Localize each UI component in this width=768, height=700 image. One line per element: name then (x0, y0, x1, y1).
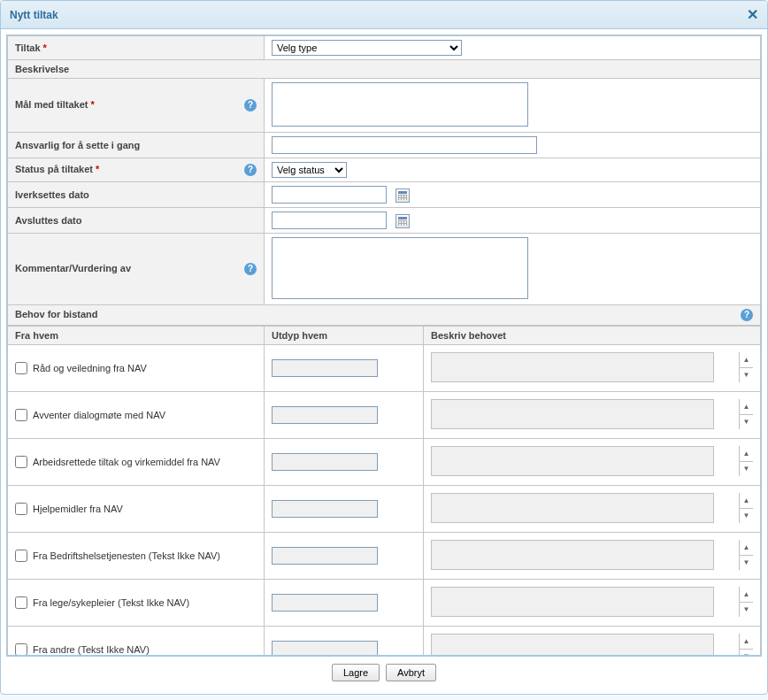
bistand-check-label[interactable]: Avventer dialogmøte med NAV (15, 409, 257, 421)
beskriv-textarea[interactable] (431, 493, 714, 523)
avsluttes-value-cell (265, 208, 761, 234)
chevron-down-icon[interactable]: ▼ (739, 603, 753, 618)
chevron-up-icon[interactable]: ▲ (739, 493, 753, 509)
kommentar-textarea[interactable] (272, 237, 528, 299)
avbryt-button[interactable]: Avbryt (386, 664, 436, 681)
bistand-check-label[interactable]: Råd og veiledning fra NAV (15, 362, 257, 374)
chevron-up-icon[interactable]: ▲ (739, 634, 753, 650)
bistand-row: Råd og veiledning fra NAV▲▼ (8, 345, 761, 392)
bistand-checkbox[interactable] (15, 596, 27, 609)
help-icon[interactable]: ? (244, 164, 257, 176)
bistand-check-label[interactable]: Fra andre (Tekst Ikke NAV) (15, 643, 257, 655)
bistand-check-label[interactable]: Arbeidsrettede tiltak og virkemiddel fra… (15, 456, 257, 468)
bistand-beskriv-cell: ▲▼ (424, 392, 761, 439)
bistand-checkbox[interactable] (15, 550, 27, 562)
chevron-up-icon[interactable]: ▲ (739, 587, 753, 603)
beskriv-textarea[interactable] (431, 587, 714, 617)
utdyp-input[interactable] (272, 359, 378, 377)
chevron-down-icon[interactable]: ▼ (739, 650, 753, 656)
beskriv-wrap: ▲▼ (431, 352, 753, 384)
bistand-beskriv-cell: ▲▼ (424, 345, 761, 392)
ansvarlig-label-cell: Ansvarlig for å sette i gang (8, 133, 265, 158)
resize-spinner[interactable]: ▲▼ (739, 587, 753, 617)
chevron-down-icon[interactable]: ▼ (739, 415, 753, 430)
chevron-up-icon[interactable]: ▲ (739, 399, 753, 415)
chevron-down-icon[interactable]: ▼ (739, 462, 753, 477)
utdyp-input[interactable] (272, 453, 378, 471)
ansvarlig-value-cell (265, 133, 761, 158)
bistand-utdyp-cell (265, 345, 424, 392)
bistand-check-label[interactable]: Hjelpemidler fra NAV (15, 503, 257, 515)
mal-textarea[interactable] (272, 82, 528, 127)
bistand-fra-cell: Fra lege/sykepleier (Tekst Ikke NAV) (8, 580, 265, 627)
resize-spinner[interactable]: ▲▼ (739, 634, 753, 655)
beskriv-textarea[interactable] (431, 446, 714, 476)
bistand-check-label[interactable]: Fra Bedriftshelsetjenesten (Tekst Ikke N… (15, 550, 257, 562)
bistand-label-text: Hjelpemidler fra NAV (33, 504, 123, 514)
utdyp-input[interactable] (272, 500, 378, 518)
utdyp-input[interactable] (272, 641, 378, 655)
chevron-down-icon[interactable]: ▼ (739, 368, 753, 383)
utdyp-input[interactable] (272, 406, 378, 424)
chevron-up-icon[interactable]: ▲ (739, 446, 753, 462)
beskriv-wrap: ▲▼ (431, 493, 753, 525)
bistand-checkbox[interactable] (15, 643, 27, 655)
bistand-checkbox[interactable] (15, 503, 27, 515)
chevron-up-icon[interactable]: ▲ (739, 540, 753, 556)
close-icon[interactable]: ✕ (747, 6, 758, 23)
bistand-label-text: Arbeidsrettede tiltak og virkemiddel fra… (33, 457, 220, 467)
bistand-checkbox[interactable] (15, 409, 27, 421)
bistand-label-text: Avventer dialogmøte med NAV (33, 410, 165, 420)
help-icon[interactable]: ? (741, 309, 753, 321)
iverksettes-label-cell: Iverksettes dato (8, 182, 265, 208)
calendar-icon[interactable] (396, 214, 410, 228)
beskriv-textarea[interactable] (431, 399, 714, 429)
bistand-label-text: Fra andre (Tekst Ikke NAV) (33, 644, 150, 655)
bistand-check-label[interactable]: Fra lege/sykepleier (Tekst Ikke NAV) (15, 596, 257, 609)
ansvarlig-label: Ansvarlig for å sette i gang (15, 140, 140, 150)
ansvarlig-input[interactable] (272, 136, 537, 154)
bistand-utdyp-cell (265, 439, 424, 486)
kommentar-label: Kommentar/Vurdering av (15, 263, 131, 273)
resize-spinner[interactable]: ▲▼ (739, 493, 753, 523)
bistand-beskriv-cell: ▲▼ (424, 439, 761, 486)
bistand-utdyp-cell (265, 392, 424, 439)
resize-spinner[interactable]: ▲▼ (739, 399, 753, 429)
bistand-checkbox[interactable] (15, 362, 27, 374)
iverksettes-date-input[interactable] (272, 186, 387, 204)
help-icon[interactable]: ? (244, 99, 257, 112)
calendar-icon[interactable] (396, 188, 410, 203)
behov-label: Behov for bistand (15, 309, 98, 319)
utdyp-input[interactable] (272, 547, 378, 565)
lagre-button[interactable]: Lagre (332, 664, 380, 681)
mal-label-cell: Mål med tiltaket * ? (8, 79, 265, 133)
scroll-area[interactable]: Tiltak * Velg type Beskrivelse (7, 35, 761, 655)
bistand-fra-cell: Avventer dialogmøte med NAV (8, 392, 265, 439)
avsluttes-date-input[interactable] (272, 212, 387, 229)
col-fra-hvem: Fra hvem (8, 327, 265, 345)
bistand-utdyp-cell (265, 627, 424, 656)
beskriv-textarea[interactable] (431, 634, 714, 655)
beskriv-textarea[interactable] (431, 540, 714, 570)
bistand-label-text: Fra Bedriftshelsetjenesten (Tekst Ikke N… (33, 550, 220, 561)
status-select[interactable]: Velg status (272, 162, 347, 178)
bistand-checkbox[interactable] (15, 456, 27, 468)
content-wrap: Tiltak * Velg type Beskrivelse (6, 35, 762, 656)
chevron-up-icon[interactable]: ▲ (739, 352, 753, 368)
resize-spinner[interactable]: ▲▼ (739, 446, 753, 476)
beskriv-wrap: ▲▼ (431, 540, 753, 572)
behov-section-header: Behov for bistand ? (8, 305, 761, 326)
resize-spinner[interactable]: ▲▼ (739, 352, 753, 382)
chevron-down-icon[interactable]: ▼ (739, 556, 753, 571)
beskrivelse-label: Beskrivelse (15, 64, 69, 74)
help-icon[interactable]: ? (244, 263, 257, 275)
utdyp-input[interactable] (272, 594, 378, 612)
status-label: Status på tiltaket (15, 164, 93, 174)
bistand-utdyp-cell (265, 533, 424, 580)
beskriv-textarea[interactable] (431, 352, 714, 382)
resize-spinner[interactable]: ▲▼ (739, 540, 753, 570)
form-table: Tiltak * Velg type Beskrivelse (7, 35, 761, 326)
tiltak-type-select[interactable]: Velg type (272, 40, 462, 56)
chevron-down-icon[interactable]: ▼ (739, 509, 753, 524)
beskriv-wrap: ▲▼ (431, 399, 753, 431)
